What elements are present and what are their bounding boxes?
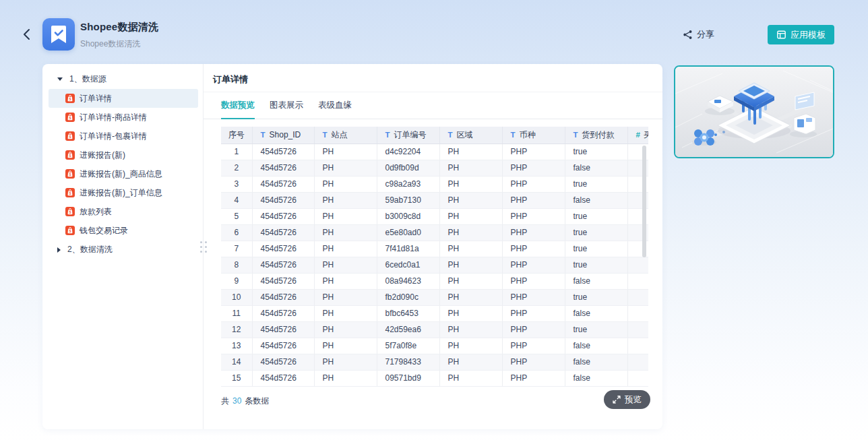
share-icon bbox=[683, 30, 693, 40]
expand-icon bbox=[613, 396, 621, 404]
table-cell: true bbox=[565, 176, 627, 192]
table-cell: 454d5726 bbox=[252, 224, 314, 241]
table-cell: PHP bbox=[502, 370, 565, 386]
table-cell: PHP bbox=[502, 192, 565, 208]
template-preview-thumbnail[interactable] bbox=[674, 65, 834, 158]
vertical-scrollbar-thumb[interactable] bbox=[642, 146, 646, 257]
table-cell: 08a94623 bbox=[377, 273, 439, 289]
svg-text:S: S bbox=[69, 98, 71, 101]
table-cell: 11 bbox=[221, 305, 252, 321]
table-row: 5454d5726PHb3009c8dPHPHPtrue bbox=[221, 208, 648, 224]
sidebar-item[interactable]: S放款列表 bbox=[49, 202, 198, 221]
table-cell: 454d5726 bbox=[252, 289, 314, 305]
table-cell: PH bbox=[314, 144, 377, 160]
table-cell: true bbox=[565, 321, 627, 338]
column-header-label: 买 bbox=[644, 130, 648, 139]
table-cell: PH bbox=[314, 257, 377, 273]
table-cell: PH bbox=[439, 273, 502, 289]
column-header[interactable]: T站点 bbox=[314, 127, 377, 144]
svg-text:S: S bbox=[69, 173, 71, 177]
tab-active[interactable]: 数据预览 bbox=[221, 92, 255, 119]
table-cell: bfbc6453 bbox=[377, 305, 439, 321]
table-cell: PH bbox=[314, 305, 377, 321]
table-cell: false bbox=[565, 354, 627, 370]
table-cell: false bbox=[565, 370, 627, 386]
table-cell: PH bbox=[314, 241, 377, 257]
page-title: Shopee数据清洗 bbox=[80, 21, 158, 34]
sidebar-item[interactable]: S订单详情-商品详情 bbox=[49, 108, 198, 127]
column-header[interactable]: T订单编号 bbox=[377, 127, 439, 144]
svg-text:S: S bbox=[69, 192, 71, 195]
sidebar-item[interactable]: S钱包交易记录 bbox=[49, 221, 198, 240]
sidebar-item[interactable]: S订单详情-包裹详情 bbox=[49, 127, 198, 146]
table-cell: fb2d090c bbox=[377, 289, 439, 305]
table-cell: 454d5726 bbox=[252, 273, 314, 289]
column-header-label: 订单编号 bbox=[394, 130, 427, 139]
table-cell: 09571bd9 bbox=[377, 370, 439, 386]
table-cell: PHP bbox=[502, 321, 565, 338]
sidebar-item[interactable]: S进账报告(新)_商品信息 bbox=[49, 164, 198, 183]
column-header-label: 序号 bbox=[228, 130, 245, 139]
table-cell: false bbox=[565, 192, 627, 208]
column-header[interactable]: #买 bbox=[627, 127, 648, 144]
table-cell: 454d5726 bbox=[252, 208, 314, 224]
sidebar-item-label: 进账报告(新) bbox=[80, 150, 125, 161]
table-cell: 454d5726 bbox=[252, 144, 314, 160]
sidebar-item[interactable]: S进账报告(新) bbox=[49, 146, 198, 164]
table-cell: 454d5726 bbox=[252, 370, 314, 386]
sidebar-group[interactable]: 2、数据清洗 bbox=[42, 240, 203, 259]
table-cell: PHP bbox=[502, 241, 565, 257]
table-cell: PH bbox=[439, 208, 502, 224]
caret-down-icon bbox=[57, 77, 63, 81]
sidebar-item[interactable]: S进账报告(新)_订单信息 bbox=[49, 183, 198, 202]
table-cell: PH bbox=[439, 224, 502, 241]
table-cell: true bbox=[565, 144, 627, 160]
apply-template-button[interactable]: 应用模板 bbox=[768, 25, 834, 44]
column-header[interactable]: T币种 bbox=[502, 127, 565, 144]
table-cell: PH bbox=[439, 144, 502, 160]
preview-button-label: 预览 bbox=[625, 394, 642, 406]
shopee-bag-icon: S bbox=[65, 169, 75, 179]
table-cell bbox=[627, 354, 648, 370]
shopee-bag-icon: S bbox=[65, 207, 75, 216]
back-button[interactable] bbox=[20, 28, 34, 41]
table-cell: PH bbox=[439, 257, 502, 273]
table-cell: PH bbox=[314, 208, 377, 224]
shopee-bag-icon: S bbox=[65, 226, 75, 235]
tab-item[interactable]: 表级血缘 bbox=[318, 92, 352, 119]
apply-template-label: 应用模板 bbox=[790, 29, 826, 41]
table-cell: b3009c8d bbox=[377, 208, 439, 224]
table-cell: PHP bbox=[502, 338, 565, 354]
table-cell: 3 bbox=[221, 176, 252, 192]
table-row: 4454d5726PH59ab7130PHPHPfalse bbox=[221, 192, 648, 208]
title-block: Shopee数据清洗 Shopee数据清洗 bbox=[80, 21, 158, 50]
tab-item[interactable]: 图表展示 bbox=[270, 92, 303, 119]
table-cell: 7 bbox=[221, 241, 252, 257]
table-cell: 7f41d81a bbox=[377, 241, 439, 257]
table-cell: false bbox=[565, 305, 627, 321]
table-cell: 59ab7130 bbox=[377, 192, 439, 208]
sidebar-group[interactable]: 1、数据源 bbox=[42, 69, 203, 89]
preview-button[interactable]: 预览 bbox=[604, 390, 650, 409]
table-cell: PH bbox=[439, 192, 502, 208]
text-type-icon: T bbox=[323, 131, 328, 139]
column-header[interactable]: 序号 bbox=[221, 127, 252, 144]
share-button[interactable]: 分享 bbox=[683, 28, 714, 40]
table-cell: PHP bbox=[502, 160, 565, 176]
data-preview-table: 序号TShop_IDT站点T订单编号T区域T币种T货到付款#买 1454d572… bbox=[221, 127, 648, 387]
table-cell: PH bbox=[314, 192, 377, 208]
table-cell bbox=[627, 273, 648, 289]
sidebar-item-label: 订单详情 bbox=[80, 93, 112, 104]
row-count-suffix: 条数据 bbox=[245, 396, 269, 406]
column-header[interactable]: T货到付款 bbox=[565, 127, 627, 144]
column-header-label: 货到付款 bbox=[582, 130, 615, 139]
table-cell: true bbox=[565, 208, 627, 224]
table-cell: PHP bbox=[502, 208, 565, 224]
sidebar-item[interactable]: S订单详情 bbox=[49, 89, 198, 108]
column-header[interactable]: TShop_ID bbox=[252, 127, 314, 144]
column-header[interactable]: T区域 bbox=[439, 127, 502, 144]
row-count-value: 30 bbox=[232, 396, 241, 406]
svg-text:S: S bbox=[69, 117, 71, 120]
table-cell: PH bbox=[439, 305, 502, 321]
shopee-bag-icon: S bbox=[65, 131, 75, 141]
